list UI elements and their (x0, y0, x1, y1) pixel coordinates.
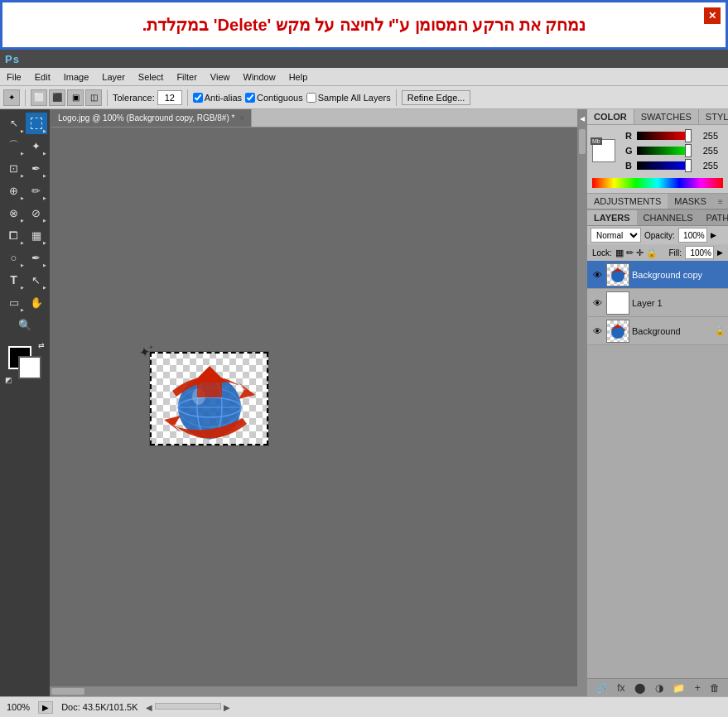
color-preview-swatch[interactable]: Mb (592, 139, 615, 162)
lock-transparent-icon[interactable]: ▦ (615, 248, 624, 258)
delete-layer-button[interactable]: 🗑 (710, 682, 720, 694)
nav-right-arrow[interactable]: ▶ (224, 703, 230, 712)
styles-tab[interactable]: STYLES (699, 109, 728, 124)
g-slider[interactable] (637, 147, 692, 155)
layers-tab[interactable]: LAYERS (587, 210, 637, 225)
color-swatch[interactable]: ⇄ ◩ (8, 346, 41, 379)
crop-tool[interactable]: ⊡ ▶ (3, 157, 25, 179)
canvas-scrollbar-horizontal[interactable] (50, 686, 577, 696)
menu-help[interactable]: Help (282, 68, 315, 85)
layer-styles-button[interactable]: fx (617, 682, 624, 694)
nav-left-arrow[interactable]: ◀ (146, 703, 152, 712)
rect-select-icon[interactable]: ⬜ (31, 89, 47, 106)
menu-window[interactable]: Window (237, 68, 282, 85)
swatches-tab[interactable]: SWATCHES (634, 109, 699, 124)
vertical-scroll-thumb[interactable] (579, 129, 586, 154)
gradient-tool[interactable]: ▦ ▶ (26, 224, 47, 246)
magic-wand-tool[interactable]: ✦ ▶ (26, 135, 47, 156)
status-doc-icon[interactable]: ▶ (38, 701, 53, 714)
pen-tool[interactable]: ✒ ▶ (26, 247, 47, 268)
horizontal-scroll-thumb[interactable] (51, 688, 84, 695)
dodge-tool[interactable]: ○ ▶ (3, 247, 25, 268)
swap-colors-icon[interactable]: ⇄ (38, 341, 45, 349)
layer-mask-button[interactable]: ⬤ (634, 682, 645, 694)
doc-tab-logo[interactable]: Logo.jpg @ 100% (Background copy, RGB/8#… (51, 109, 252, 127)
lock-all-icon[interactable]: 🔒 (646, 248, 658, 258)
notification-close-button[interactable]: ✕ (704, 7, 721, 24)
panel-collapse-button[interactable]: ◀ (577, 109, 587, 128)
refine-edge-button[interactable]: Refine Edge... (402, 90, 471, 105)
antialias-option[interactable]: Anti-alias (193, 93, 242, 103)
b-slider-thumb[interactable] (685, 159, 692, 172)
layer-item-background[interactable]: 👁 Background 🔒 (587, 317, 728, 345)
canvas-scrollbar-vertical[interactable] (577, 128, 587, 686)
layer-group-button[interactable]: 📁 (673, 682, 685, 694)
g-slider-thumb[interactable] (685, 144, 692, 157)
blend-mode-select[interactable]: Normal Multiply Screen Overlay (591, 228, 641, 243)
layer-item-layer1[interactable]: 👁 Layer 1 (587, 289, 728, 317)
hand-tool[interactable]: ✋ (26, 291, 47, 313)
tolerance-input[interactable] (157, 90, 182, 105)
lock-pixels-icon[interactable]: ✏ (626, 248, 634, 258)
eraser-tool[interactable]: ⧠ ▶ (3, 224, 25, 246)
adj-panel-menu[interactable]: ≡ (713, 194, 728, 209)
link-layers-button[interactable]: 🔗 (595, 682, 608, 694)
path-selection-tool[interactable]: ↖ ▶ (26, 269, 47, 291)
menu-file[interactable]: File (0, 68, 28, 85)
opacity-arrow[interactable]: ▶ (711, 231, 716, 239)
fill-input[interactable] (685, 246, 714, 259)
menu-layer[interactable]: Layer (95, 68, 132, 85)
status-scrollbar[interactable] (155, 703, 221, 710)
menu-view[interactable]: View (204, 68, 237, 85)
r-slider-thumb[interactable] (685, 129, 692, 142)
subtract-select-icon[interactable]: ▣ (67, 89, 84, 106)
b-slider[interactable] (637, 161, 692, 170)
channels-tab[interactable]: CHANNELS (637, 210, 700, 225)
healing-tool[interactable]: ⊕ ▶ (3, 180, 25, 201)
tool-row-5: ⊗ ▶ ⊘ ▶ (0, 202, 50, 224)
eyedropper-tool[interactable]: ✒ ▶ (26, 157, 47, 179)
color-spectrum[interactable] (592, 178, 723, 188)
background-color[interactable] (18, 356, 41, 379)
zoom-tool[interactable]: 🔍 (14, 314, 36, 335)
menu-filter[interactable]: Filter (170, 68, 203, 85)
clone-tool[interactable]: ⊗ ▶ (3, 202, 25, 224)
default-colors-icon[interactable]: ◩ (5, 376, 12, 384)
doc-tab-close[interactable]: × (239, 113, 244, 123)
paths-tab[interactable]: PATHS (700, 210, 728, 225)
contiguous-option[interactable]: Contiguous (245, 93, 303, 103)
opacity-input[interactable] (678, 228, 707, 243)
tool-row-9: ▭ ▶ ✋ (0, 291, 50, 313)
menu-edit[interactable]: Edit (28, 68, 57, 85)
layer-eye-layer1[interactable]: 👁 (591, 296, 604, 310)
image-canvas (149, 351, 269, 446)
doc-size-info: Doc: 43.5K/101.5K (61, 702, 137, 712)
fill-arrow[interactable]: ▶ (717, 248, 723, 257)
menu-image[interactable]: Image (57, 68, 96, 85)
color-panel: COLOR SWATCHES STYLES ≡ ▶▶ Mb R (587, 109, 728, 194)
new-layer-button[interactable]: + (695, 682, 701, 694)
layer-eye-background-copy[interactable]: 👁 (591, 268, 604, 282)
type-tool[interactable]: T ▶ (3, 269, 25, 291)
marquee-tool[interactable]: ▶ (26, 113, 47, 134)
brush-tool[interactable]: ✏ ▶ (26, 180, 47, 201)
svg-point-2 (178, 397, 241, 417)
add-select-icon[interactable]: ⬛ (49, 89, 65, 106)
magic-wand-cursor: ✦+ (137, 344, 155, 362)
lock-position-icon[interactable]: ✛ (636, 248, 644, 258)
menu-select[interactable]: Select (132, 68, 171, 85)
move-tool[interactable]: ↖ ▶ (3, 113, 25, 134)
adjustments-tab[interactable]: ADJUSTMENTS (587, 194, 668, 209)
layer-item-background-copy[interactable]: 👁 Background copy (587, 261, 728, 289)
magic-wand-icon[interactable]: ✦ (3, 89, 20, 106)
lasso-tool[interactable]: ⌒ ▶ (3, 135, 25, 156)
color-tab[interactable]: COLOR (587, 109, 634, 124)
sample-all-option[interactable]: Sample All Layers (306, 93, 391, 103)
masks-tab[interactable]: MASKS (668, 194, 713, 209)
intersect-select-icon[interactable]: ◫ (85, 89, 102, 106)
shape-tool[interactable]: ▭ ▶ (3, 291, 25, 313)
r-slider[interactable] (637, 132, 692, 140)
history-brush-tool[interactable]: ⊘ ▶ (26, 202, 47, 224)
layer-eye-background[interactable]: 👁 (591, 325, 604, 338)
adjustment-layer-button[interactable]: ◑ (655, 682, 663, 694)
